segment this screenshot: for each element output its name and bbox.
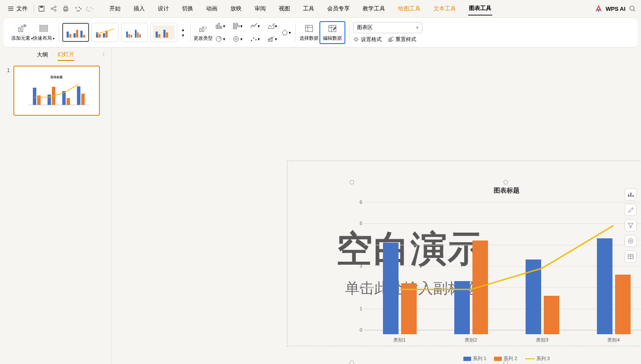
search-icon[interactable]: [629, 5, 636, 12]
quick-layout-label: 快速布局: [33, 35, 52, 41]
radar-icon[interactable]: ▾: [281, 29, 291, 36]
bar-系列 1-类别4[interactable]: [597, 238, 612, 334]
quick-layout-button[interactable]: 快速布局▾: [33, 24, 54, 41]
select-data-button[interactable]: 选择数据: [299, 24, 319, 41]
save-icon[interactable]: [38, 5, 45, 13]
reset-style-button[interactable]: 重置样式: [388, 36, 416, 43]
area-icon[interactable]: ▾: [265, 22, 279, 29]
bar-系列 1-类别2[interactable]: [454, 281, 470, 334]
svg-point-4: [54, 9, 56, 11]
tab-tools[interactable]: 工具: [302, 2, 315, 15]
slide-canvas[interactable]: 空白演示 单击此处输入副标题 图表标题 0123456类别1类别2类别3类别4 …: [112, 47, 641, 364]
svg-point-55: [355, 38, 357, 41]
set-format-label: 设置格式: [361, 36, 382, 43]
set-format-button[interactable]: 设置格式: [353, 36, 382, 43]
style-thumb-4[interactable]: [150, 23, 177, 42]
sel-handle-sw[interactable]: [350, 361, 354, 364]
svg-rect-53: [306, 25, 313, 32]
styles-more[interactable]: ▴▾: [180, 27, 186, 38]
slide-thumbnail-1[interactable]: 图表标题: [13, 66, 100, 116]
share-icon[interactable]: [50, 5, 57, 13]
svg-rect-68: [628, 194, 629, 197]
bar-系列 1-类别1[interactable]: [383, 243, 399, 334]
svg-rect-16: [69, 34, 71, 38]
print-icon[interactable]: [62, 5, 70, 13]
tab-start[interactable]: 开始: [108, 2, 121, 15]
sel-handle-n[interactable]: [504, 180, 508, 184]
style-thumb-3[interactable]: [121, 23, 148, 42]
tab-animation[interactable]: 动画: [205, 2, 218, 15]
chart-table-icon[interactable]: [625, 250, 637, 263]
svg-rect-27: [131, 35, 132, 38]
slides-tab[interactable]: 幻灯片: [57, 49, 74, 61]
svg-rect-69: [630, 193, 631, 197]
tab-review[interactable]: 审阅: [254, 2, 267, 15]
chart-object[interactable]: 图表标题 0123456类别1类别2类别3类别4 系列 1 系列 2 系列 3: [352, 182, 641, 363]
tab-text-tools[interactable]: 文本工具: [433, 2, 457, 15]
bar-系列 2-类别1[interactable]: [401, 283, 417, 334]
svg-rect-28: [135, 30, 137, 38]
svg-text:图表标题: 图表标题: [51, 76, 63, 79]
chart-title[interactable]: 图表标题: [352, 187, 641, 195]
scatter-icon[interactable]: ▾: [247, 35, 262, 42]
svg-rect-21: [96, 32, 98, 38]
svg-rect-12: [40, 25, 48, 26]
chart-area-selector[interactable]: 图表区 ▾: [353, 22, 422, 33]
bar-系列 2-类别3[interactable]: [544, 296, 559, 334]
svg-rect-15: [67, 32, 69, 38]
edit-data-label: 编辑数据: [323, 35, 342, 41]
chart-legend[interactable]: 系列 1 系列 2 系列 3: [352, 355, 641, 362]
svg-point-8: [630, 6, 634, 10]
file-menu[interactable]: 文件: [5, 3, 30, 14]
svg-rect-65: [67, 98, 70, 105]
wps-ai[interactable]: WPS AI: [595, 5, 636, 12]
chart-elements-icon[interactable]: [625, 188, 637, 200]
hbar-icon[interactable]: ▾: [230, 22, 245, 29]
tab-insert[interactable]: 插入: [133, 2, 146, 15]
chart-brush-icon[interactable]: [625, 204, 637, 216]
combo-icon[interactable]: ▾: [265, 35, 279, 42]
edit-data-icon: [328, 24, 337, 33]
bar-系列 1-类别3[interactable]: [526, 260, 541, 334]
line-icon[interactable]: ▾: [247, 22, 262, 29]
sel-handle-nw[interactable]: [350, 180, 354, 184]
outline-tab[interactable]: 大纲: [37, 49, 48, 60]
chart-plot-area[interactable]: 0123456类别1类别2类别3类别4: [364, 202, 641, 334]
redo-icon[interactable]: ▾: [86, 5, 94, 13]
tab-slideshow[interactable]: 放映: [230, 2, 242, 15]
change-type-button[interactable]: 更改类型: [194, 24, 213, 41]
edit-data-button[interactable]: 编辑数据: [319, 21, 345, 44]
tab-vip[interactable]: 会员专享: [326, 2, 351, 15]
tab-design[interactable]: 设计: [157, 2, 170, 15]
tab-teach[interactable]: 教学工具: [362, 2, 386, 15]
svg-rect-22: [99, 34, 101, 38]
style-thumb-1[interactable]: [62, 23, 89, 42]
donut-icon[interactable]: ▾: [230, 35, 245, 42]
svg-rect-32: [156, 32, 158, 38]
tab-chart-tools[interactable]: 图表工具: [468, 2, 492, 16]
style-thumb-2[interactable]: [92, 23, 118, 42]
bar-系列 2-类别4[interactable]: [615, 275, 631, 334]
tab-view[interactable]: 视图: [278, 2, 291, 15]
y-tick: 2: [354, 285, 362, 290]
legend-item-3[interactable]: 系列 3: [525, 355, 550, 362]
tab-draw-tools[interactable]: 绘图工具: [397, 2, 421, 15]
svg-rect-9: [19, 28, 20, 32]
bar-icon[interactable]: ▾: [213, 22, 227, 29]
chart-filter-icon[interactable]: [625, 219, 637, 231]
category-label: 类别3: [517, 337, 568, 343]
tab-transition[interactable]: 切换: [181, 2, 194, 15]
pie-icon[interactable]: ▾: [213, 35, 227, 42]
svg-rect-24: [105, 31, 108, 38]
svg-rect-57: [390, 38, 392, 41]
bar-系列 2-类别2[interactable]: [472, 241, 488, 334]
chart-settings-icon[interactable]: [625, 235, 637, 247]
collapse-panel-icon[interactable]: 〈: [100, 51, 105, 58]
chart-float-tools: [625, 188, 637, 263]
svg-rect-33: [158, 34, 160, 38]
svg-rect-10: [21, 26, 23, 32]
add-element-button[interactable]: 添加元素▾: [11, 24, 33, 41]
undo-icon[interactable]: ▾: [74, 5, 82, 13]
legend-item-1[interactable]: 系列 1: [463, 355, 486, 362]
sel-handle-s[interactable]: [504, 361, 508, 364]
